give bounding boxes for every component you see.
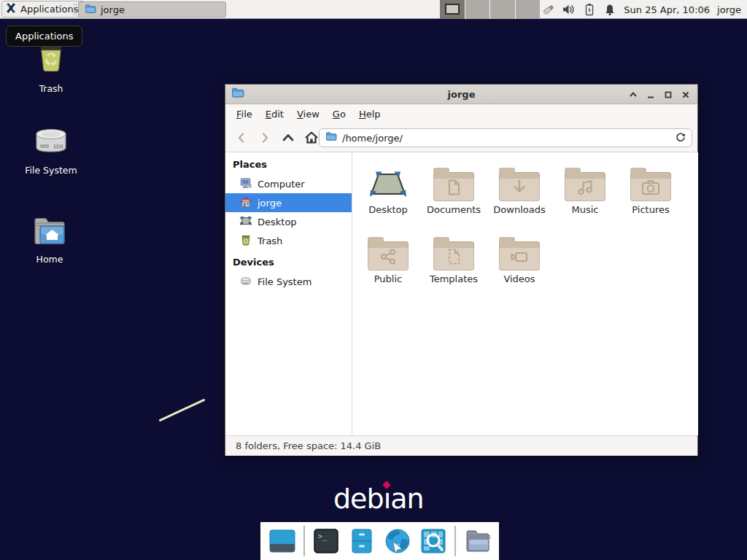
reload-icon[interactable] xyxy=(676,131,686,145)
sidebar-item-label: Computer xyxy=(258,179,305,190)
folder-videos-icon xyxy=(499,241,540,271)
desktop-icon-label: Home xyxy=(36,254,63,265)
sidebar-item-desktop[interactable]: Desktop xyxy=(225,212,352,231)
file-item-label: Videos xyxy=(503,273,535,284)
desktop-icon xyxy=(240,215,252,229)
file-item-label: Desktop xyxy=(368,204,408,215)
taskbar-window-label: jorge xyxy=(101,4,125,15)
file-item-music[interactable]: Music xyxy=(552,161,618,223)
home-folder-icon xyxy=(31,213,69,251)
home-icon xyxy=(240,196,252,210)
logo-text: an xyxy=(390,483,423,515)
menu-help[interactable]: Help xyxy=(352,105,387,123)
menu-go[interactable]: Go xyxy=(326,105,352,123)
menu-view[interactable]: View xyxy=(290,105,326,123)
dock-separator xyxy=(454,526,456,556)
logo-i: ı xyxy=(384,483,391,515)
file-item-documents[interactable]: Documents xyxy=(421,161,487,223)
desktop-special-icon xyxy=(368,161,409,201)
desktop-icon-home[interactable]: Home xyxy=(13,213,86,265)
workspace-4[interactable] xyxy=(515,0,541,19)
minimize-button[interactable] xyxy=(644,88,657,101)
folder-music-icon xyxy=(565,172,605,201)
file-item-templates[interactable]: Templates xyxy=(421,230,487,292)
sidebar-item-trash[interactable]: Trash xyxy=(225,231,352,250)
file-item-pictures[interactable]: Pictures xyxy=(618,161,684,223)
titlebar[interactable]: jorge xyxy=(225,85,697,104)
file-item-label: Templates xyxy=(430,273,478,284)
terminal-icon[interactable]: >_ xyxy=(311,526,341,556)
folder-icon xyxy=(85,3,96,17)
file-item-videos[interactable]: Videos xyxy=(487,230,552,292)
file-manager-window: jorge File Edit View Go Help xyxy=(225,84,698,456)
devices-header: Devices xyxy=(225,250,352,272)
file-item-label: Public xyxy=(374,273,402,284)
files-grid: Desktop Documents xyxy=(355,161,691,292)
location-input[interactable] xyxy=(342,133,670,144)
applications-label: Applications xyxy=(20,4,78,15)
folder-public-icon xyxy=(368,241,409,271)
menu-file[interactable]: File xyxy=(230,105,259,123)
panel-username[interactable]: jorge xyxy=(717,4,741,15)
notifications-bell-icon[interactable] xyxy=(603,3,616,16)
forward-button[interactable] xyxy=(253,127,276,149)
workspace-pager[interactable] xyxy=(440,0,540,19)
workspace-1[interactable] xyxy=(440,0,465,19)
sidebar-item-computer[interactable]: Computer xyxy=(225,174,352,193)
desktop-icon-file-system[interactable]: File System xyxy=(15,124,88,176)
file-item-downloads[interactable]: Downloads xyxy=(487,161,552,223)
wallpaper-line xyxy=(159,399,206,422)
battery-icon[interactable] xyxy=(583,3,596,16)
taskbar-window-button[interactable]: jorge xyxy=(78,1,226,18)
file-item-label: Music xyxy=(572,204,599,215)
sidebar-item-label: Trash xyxy=(258,236,282,246)
file-item-public[interactable]: Public xyxy=(355,230,421,292)
toolbar xyxy=(225,123,697,152)
trash-icon xyxy=(240,234,252,248)
folder-icon xyxy=(325,131,337,145)
workspace-3[interactable] xyxy=(489,0,515,19)
computer-icon xyxy=(240,177,252,191)
directory-menu-icon[interactable] xyxy=(462,526,492,556)
folder-pictures-icon xyxy=(630,172,671,201)
folder-documents-icon xyxy=(433,172,474,201)
file-manager-icon[interactable] xyxy=(347,526,376,556)
workspace-window-thumbnail xyxy=(445,4,460,15)
up-button[interactable] xyxy=(276,127,300,149)
hard-drive-icon xyxy=(32,124,70,162)
drawing-tablet-icon[interactable] xyxy=(542,3,555,16)
dock-separator xyxy=(303,526,305,556)
panel-clock[interactable]: Sun 25 Apr, 10:06 xyxy=(624,4,710,15)
system-tray: Sun 25 Apr, 10:06 jorge xyxy=(542,0,747,19)
places-header: Places xyxy=(225,152,352,174)
shade-button[interactable] xyxy=(627,88,639,101)
files-pane[interactable]: Desktop Documents xyxy=(352,152,698,435)
desktop-icon-label: File System xyxy=(25,165,77,176)
sidebar-item-label: Desktop xyxy=(258,217,297,228)
folder-downloads-icon xyxy=(499,172,540,201)
desktop-screen: Applications jorge xyxy=(0,0,747,560)
maximize-button[interactable] xyxy=(662,88,674,101)
show-desktop-icon[interactable] xyxy=(268,526,297,556)
application-finder-icon[interactable] xyxy=(419,526,448,556)
file-item-desktop[interactable]: Desktop xyxy=(355,161,421,223)
file-item-label: Pictures xyxy=(632,204,669,215)
file-item-label: Downloads xyxy=(493,204,545,215)
applications-menu-button[interactable]: Applications xyxy=(1,1,85,18)
desktop-icon-trash[interactable]: Trash xyxy=(15,41,88,94)
web-browser-icon[interactable] xyxy=(383,526,412,556)
xfce-logo-icon xyxy=(5,2,17,16)
top-panel: Applications jorge xyxy=(0,0,747,19)
sidebar-item-file-system[interactable]: File System xyxy=(225,272,352,291)
menu-edit[interactable]: Edit xyxy=(259,105,290,123)
back-button[interactable] xyxy=(230,127,253,149)
close-button[interactable] xyxy=(679,88,692,101)
status-text: 8 folders, Free space: 14.4 GiB xyxy=(236,440,381,451)
sidebar-item-label: jorge xyxy=(258,198,282,209)
workspace-2[interactable] xyxy=(465,0,490,19)
sidebar-item-jorge[interactable]: jorge xyxy=(225,193,352,212)
file-item-label: Documents xyxy=(427,204,481,215)
logo-text: deb xyxy=(333,483,384,515)
volume-icon[interactable] xyxy=(562,3,576,16)
location-bar[interactable] xyxy=(319,128,692,147)
